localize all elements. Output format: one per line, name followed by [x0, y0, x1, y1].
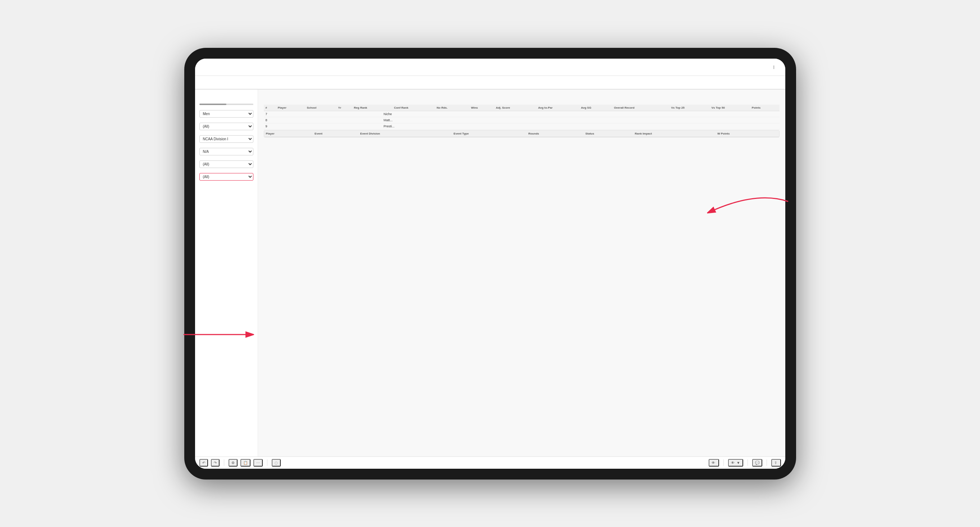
expanded-table: Player Event Event Division Event Type R…	[264, 130, 779, 137]
toolbar-right: 👁 👁 ▼ 💬 ⇧	[709, 459, 781, 467]
settings-btn[interactable]: ⚙	[229, 459, 237, 467]
comment-btn[interactable]: 💬	[752, 459, 762, 467]
sidebar-no-rds	[199, 101, 253, 105]
sidebar-player: (All)	[199, 173, 253, 181]
col-num: #	[264, 105, 276, 111]
col-yr: Yr	[337, 105, 352, 111]
copy-btn[interactable]: 📋	[240, 459, 250, 467]
sidebar-conference: (All)	[199, 160, 253, 168]
table-row: 8 Matt...	[264, 117, 780, 123]
undo-btn[interactable]: ↶	[199, 459, 208, 467]
watch-icon: 👁	[731, 461, 735, 465]
nav-items	[213, 65, 773, 68]
col-wins: Wins	[469, 105, 494, 111]
col-avg-sg: Avg SG	[579, 105, 612, 111]
expanded-header-row: Player Event Event Division Event Type R…	[264, 130, 779, 137]
clock-btn[interactable]: ◌	[272, 459, 281, 467]
col-overall: Overall Record	[612, 105, 670, 111]
nav-right: |	[773, 65, 778, 69]
year-select[interactable]: (All)	[199, 123, 253, 130]
table-header: # Player School Yr Reg Rank Conf Rank No…	[264, 105, 780, 111]
no-rds-slider[interactable]	[199, 101, 253, 105]
sidebar-region: N/A	[199, 148, 253, 156]
share-btn[interactable]: ⇧	[771, 459, 781, 467]
conference-select[interactable]: (All)	[199, 160, 253, 168]
col-vs50: Vs Top 50	[710, 105, 750, 111]
table-row: 9 Presti...	[264, 123, 780, 129]
col-to-par: Avg to-Par	[536, 105, 579, 111]
division-select[interactable]: NCAA Division I	[199, 135, 253, 143]
expanded-tooltip: Player Event Event Division Event Type R…	[264, 130, 780, 137]
view-original-btn[interactable]: 👁	[709, 459, 719, 467]
player-select[interactable]: (All)	[199, 173, 253, 181]
more-btn[interactable]: ⋯	[253, 459, 263, 467]
nav-bar: |	[195, 59, 785, 76]
partial-rows-table: 7 Niche 8 Matt... 9 Presti...	[264, 111, 780, 130]
sub-nav	[195, 76, 785, 90]
col-no-rds: No Rds.	[435, 105, 469, 111]
col-player: Player	[276, 105, 305, 111]
col-vs25: Vs Top 25	[670, 105, 710, 111]
redo-btn[interactable]: ↷	[211, 459, 220, 467]
update-time-label	[199, 95, 253, 98]
table-row: 7 Niche	[264, 111, 780, 117]
col-reg-rank: Reg Rank	[352, 105, 392, 111]
nav-separator: |	[773, 65, 775, 69]
main-content: Men (All) NCAA Division I	[195, 90, 785, 457]
col-adj-score: Adj. Score	[494, 105, 537, 111]
table-area: # Player School Yr Reg Rank Conf Rank No…	[258, 90, 785, 457]
col-school: School	[305, 105, 337, 111]
view-icon: 👁	[711, 461, 715, 465]
col-conf-rank: Conf Rank	[392, 105, 435, 111]
standings-table: # Player School Yr Reg Rank Conf Rank No…	[264, 105, 780, 111]
sidebar: Men (All) NCAA Division I	[195, 90, 258, 457]
watch-btn[interactable]: 👁 ▼	[728, 459, 743, 467]
share-icon: ⇧	[774, 461, 777, 465]
col-points: Points	[750, 105, 780, 111]
sidebar-division: NCAA Division I	[199, 135, 253, 143]
gender-select[interactable]: Men	[199, 110, 253, 117]
bottom-toolbar: ↶ ↷ ⚙ 📋 ⋯ ◌ 👁 👁 ▼ 💬	[195, 457, 785, 469]
tablet-screen: |	[195, 59, 785, 469]
sidebar-gender: Men	[199, 110, 253, 117]
sidebar-year: (All)	[199, 123, 253, 130]
region-select[interactable]: N/A	[199, 148, 253, 156]
tablet-device: |	[184, 48, 796, 479]
